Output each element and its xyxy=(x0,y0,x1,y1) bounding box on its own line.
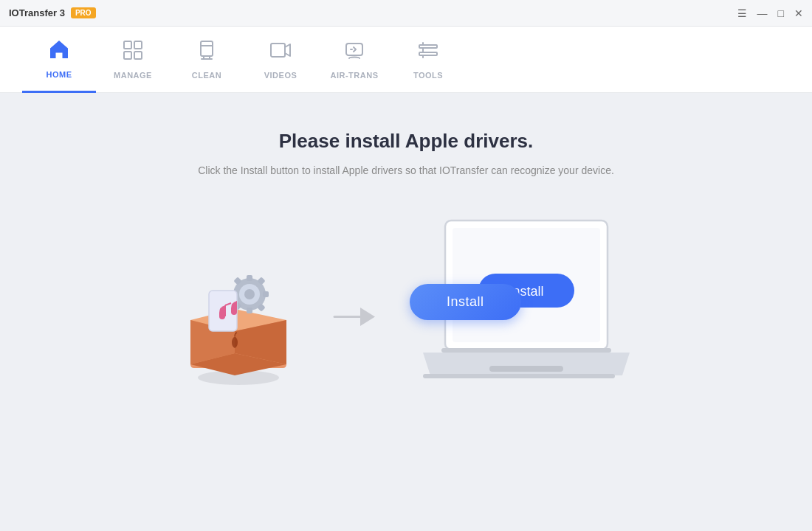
restore-button[interactable]: □ xyxy=(778,8,784,18)
svg-rect-40 xyxy=(489,366,563,372)
titlebar: IOTransfer 3 PRO ☰ — □ ✕ xyxy=(0,0,812,27)
videos-icon xyxy=(269,39,292,66)
illustration: Install xyxy=(168,213,644,420)
main-content: Please install Apple drivers. Click the … xyxy=(0,93,812,531)
svg-rect-3 xyxy=(134,52,142,59)
menu-button[interactable]: ☰ xyxy=(737,8,747,18)
svg-rect-9 xyxy=(419,52,437,55)
tools-icon xyxy=(417,39,439,66)
svg-rect-0 xyxy=(124,41,131,49)
svg-rect-17 xyxy=(247,275,252,281)
svg-rect-1 xyxy=(134,41,142,49)
nav-item-clean[interactable]: CLEAN xyxy=(170,27,244,93)
box-illustration xyxy=(168,250,301,383)
nav-label-home: HOME xyxy=(47,70,72,79)
nav-item-tools[interactable]: TOOLS xyxy=(391,27,465,93)
nav-label-tools: TOOLS xyxy=(413,71,443,80)
install-button[interactable]: Install xyxy=(410,284,521,320)
manage-icon xyxy=(122,39,144,66)
svg-point-16 xyxy=(244,289,255,299)
nav-item-airtrans[interactable]: AIR-TRANS xyxy=(317,27,391,93)
airtrans-icon xyxy=(343,39,365,66)
nav-label-manage: MANAGE xyxy=(114,71,152,80)
app-name: IOTransfer 3 xyxy=(9,7,65,18)
titlebar-left: IOTransfer 3 PRO xyxy=(9,7,96,18)
nav-label-airtrans: AIR-TRANS xyxy=(331,71,379,80)
svg-rect-6 xyxy=(271,44,285,57)
svg-rect-2 xyxy=(124,52,131,59)
svg-rect-18 xyxy=(247,308,252,313)
titlebar-controls: ☰ — □ ✕ xyxy=(737,8,803,18)
nav-item-manage[interactable]: MANAGE xyxy=(96,27,170,93)
svg-rect-19 xyxy=(263,291,269,297)
nav-item-home[interactable]: HOME xyxy=(22,27,96,93)
nav-label-videos: VIDEOS xyxy=(264,71,297,80)
svg-rect-8 xyxy=(419,45,437,48)
svg-rect-39 xyxy=(441,348,611,353)
minimize-button[interactable]: — xyxy=(757,8,768,18)
navbar: HOME MANAGE CLEAN xyxy=(0,27,812,93)
home-icon xyxy=(48,38,70,66)
pro-badge: PRO xyxy=(71,7,96,18)
svg-rect-41 xyxy=(423,374,615,378)
svg-rect-7 xyxy=(346,44,362,55)
main-title: Please install Apple drivers. xyxy=(279,130,533,153)
clean-icon xyxy=(196,39,218,66)
nav-item-videos[interactable]: VIDEOS xyxy=(244,27,317,93)
close-button[interactable]: ✕ xyxy=(794,8,803,18)
svg-rect-4 xyxy=(201,41,213,56)
main-subtitle: Click the Install button to install Appl… xyxy=(198,164,614,176)
nav-label-clean: CLEAN xyxy=(192,71,221,80)
arrow xyxy=(331,300,379,333)
